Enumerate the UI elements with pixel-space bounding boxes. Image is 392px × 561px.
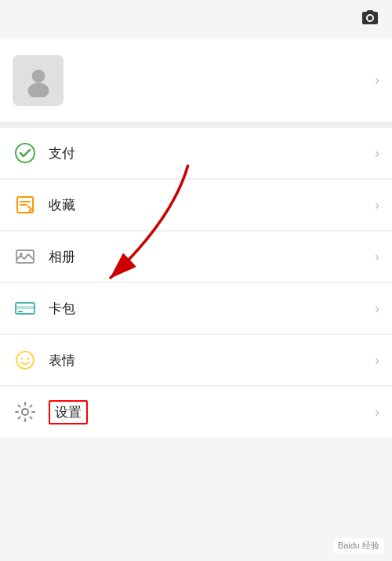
menu-item-pay[interactable]: 支付 › xyxy=(0,128,392,179)
pay-icon xyxy=(13,140,38,166)
pay-chevron: › xyxy=(375,145,379,162)
menu-item-settings[interactable]: 设置 › xyxy=(0,387,392,437)
menu-item-emoji[interactable]: 表情 › xyxy=(0,335,392,386)
album-chevron: › xyxy=(375,249,379,265)
card-label: 卡包 xyxy=(49,300,75,318)
svg-point-13 xyxy=(22,409,28,415)
card-chevron: › xyxy=(375,301,379,317)
menu-item-emoji-left: 表情 xyxy=(13,348,75,373)
svg-point-3 xyxy=(16,144,34,162)
card-icon xyxy=(13,296,38,321)
header xyxy=(0,0,392,39)
settings-label-box: 设置 xyxy=(49,400,88,424)
menu-section: 支付 › 收藏 › xyxy=(0,128,392,437)
profile-section[interactable]: › xyxy=(0,39,392,122)
divider-1 xyxy=(0,122,392,128)
menu-item-card-left: 卡包 xyxy=(13,296,75,321)
svg-point-1 xyxy=(31,69,45,82)
pay-label: 支付 xyxy=(49,144,75,162)
svg-rect-9 xyxy=(18,311,23,312)
album-label: 相册 xyxy=(49,248,75,266)
collect-icon xyxy=(13,192,38,217)
emoji-chevron: › xyxy=(375,352,379,369)
collect-chevron: › xyxy=(375,197,379,213)
menu-item-pay-left: 支付 xyxy=(13,140,75,166)
settings-label: 设置 xyxy=(55,405,82,420)
emoji-label: 表情 xyxy=(49,352,75,370)
settings-chevron: › xyxy=(375,404,379,421)
settings-icon xyxy=(13,399,38,424)
menu-item-collect-left: 收藏 xyxy=(13,192,75,217)
camera-icon[interactable] xyxy=(361,8,379,31)
svg-rect-8 xyxy=(16,306,34,309)
menu-item-card[interactable]: 卡包 › xyxy=(0,283,392,334)
avatar xyxy=(13,55,64,106)
svg-point-10 xyxy=(16,352,34,369)
svg-point-0 xyxy=(368,16,372,20)
album-icon xyxy=(13,244,38,269)
svg-point-2 xyxy=(27,82,49,97)
emoji-icon xyxy=(13,348,38,373)
collect-label: 收藏 xyxy=(49,196,75,214)
profile-chevron: › xyxy=(375,72,379,89)
menu-item-album-left: 相册 xyxy=(13,244,75,269)
svg-point-12 xyxy=(27,358,30,360)
svg-point-11 xyxy=(21,358,24,360)
watermark: Baidu 经验 xyxy=(333,538,384,553)
menu-item-album[interactable]: 相册 › xyxy=(0,231,392,282)
menu-item-collect[interactable]: 收藏 › xyxy=(0,180,392,231)
menu-item-settings-left: 设置 xyxy=(13,399,88,424)
profile-left xyxy=(13,55,64,106)
svg-point-6 xyxy=(20,253,23,256)
